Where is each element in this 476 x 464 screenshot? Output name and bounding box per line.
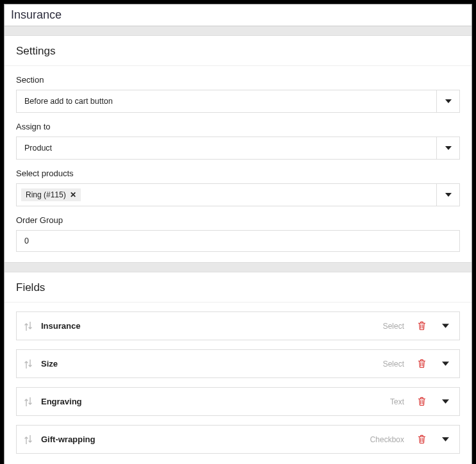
field-name: Size (41, 359, 374, 369)
trash-icon[interactable] (414, 359, 429, 369)
product-chip: Ring (#115) ✕ (21, 188, 81, 201)
field-type-label: Checkbox (370, 435, 404, 444)
order-input[interactable] (16, 230, 460, 252)
field-list: InsuranceSelectSizeSelectEngravingTextGi… (4, 302, 472, 454)
order-group: Order Group (4, 206, 472, 252)
field-name: Insurance (41, 321, 374, 331)
settings-panel: Settings Section Before add to cart butt… (4, 35, 472, 263)
close-icon[interactable]: ✕ (70, 191, 76, 199)
chevron-down-icon[interactable] (438, 437, 452, 442)
section-label: Section (16, 75, 460, 85)
fields-header: Fields (4, 272, 472, 302)
product-chip-label: Ring (#115) (26, 190, 66, 199)
chevron-down-icon[interactable] (438, 361, 452, 366)
assign-label: Assign to (16, 122, 460, 131)
drag-handle-icon[interactable] (24, 322, 32, 331)
section-group: Section Before add to cart button (4, 66, 472, 113)
drag-handle-icon[interactable] (24, 360, 32, 369)
assign-group: Assign to Product (4, 113, 472, 160)
field-row: Gift-wrappingCheckbox (16, 425, 460, 454)
drag-handle-icon[interactable] (24, 397, 32, 406)
field-row: InsuranceSelect (16, 311, 460, 340)
caret-down-icon[interactable] (436, 137, 459, 159)
field-type-label: Text (390, 397, 404, 406)
products-group: Select products Ring (#115) ✕ (4, 160, 472, 206)
chevron-down-icon[interactable] (438, 324, 452, 328)
trash-icon[interactable] (414, 397, 429, 406)
field-name: Gift-wrapping (41, 435, 361, 444)
field-name: Engraving (41, 397, 381, 406)
settings-header: Settings (4, 36, 472, 66)
products-label: Select products (16, 169, 460, 178)
assign-select[interactable]: Product (16, 137, 460, 160)
field-type-label: Select (383, 322, 404, 331)
field-row: EngravingText (16, 387, 460, 416)
fields-panel: Fields InsuranceSelectSizeSelectEngravin… (4, 272, 472, 464)
chevron-down-icon[interactable] (438, 399, 452, 404)
page-title: Insurance (4, 4, 472, 26)
drag-handle-icon[interactable] (24, 435, 32, 444)
section-select[interactable]: Before add to cart button (16, 90, 460, 113)
trash-icon[interactable] (414, 435, 429, 444)
app-frame: Insurance Settings Section Before add to… (4, 4, 472, 464)
field-type-label: Select (383, 360, 404, 369)
caret-down-icon[interactable] (436, 184, 459, 206)
products-chip-area: Ring (#115) ✕ (17, 184, 436, 206)
products-select[interactable]: Ring (#115) ✕ (16, 183, 460, 206)
field-row: SizeSelect (16, 349, 460, 378)
section-select-value: Before add to cart button (17, 90, 436, 112)
order-label: Order Group (16, 215, 460, 225)
trash-icon[interactable] (414, 321, 429, 331)
assign-select-value: Product (17, 137, 436, 159)
caret-down-icon[interactable] (436, 90, 459, 112)
